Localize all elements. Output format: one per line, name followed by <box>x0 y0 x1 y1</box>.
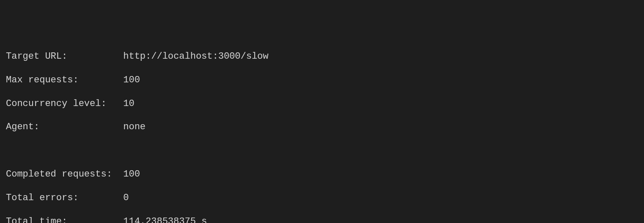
label-errors: Total errors: <box>6 192 123 204</box>
row-agent: Agent: none <box>6 121 638 133</box>
row-errors: Total errors: 0 <box>6 192 638 204</box>
row-completed: Completed requests: 100 <box>6 169 638 180</box>
label-agent: Agent: <box>6 121 123 133</box>
value-max-requests: 100 <box>123 75 140 85</box>
value-total-time: 114.238538375 s <box>123 216 207 223</box>
label-total-time: Total time: <box>6 216 123 223</box>
value-agent: none <box>123 122 146 132</box>
value-concurrency: 10 <box>123 98 134 109</box>
blank-line <box>6 145 638 157</box>
row-total-time: Total time: 114.238538375 s <box>6 216 638 223</box>
value-completed: 100 <box>123 169 140 179</box>
label-concurrency: Concurrency level: <box>6 98 123 110</box>
value-target-url: http://localhost:3000/slow <box>123 51 268 62</box>
row-concurrency: Concurrency level: 10 <box>6 98 638 110</box>
row-max-requests: Max requests: 100 <box>6 74 638 86</box>
label-completed: Completed requests: <box>6 169 123 180</box>
row-target-url: Target URL: http://localhost:3000/slow <box>6 51 638 63</box>
value-errors: 0 <box>123 193 129 203</box>
label-max-requests: Max requests: <box>6 74 123 86</box>
label-target-url: Target URL: <box>6 51 123 63</box>
